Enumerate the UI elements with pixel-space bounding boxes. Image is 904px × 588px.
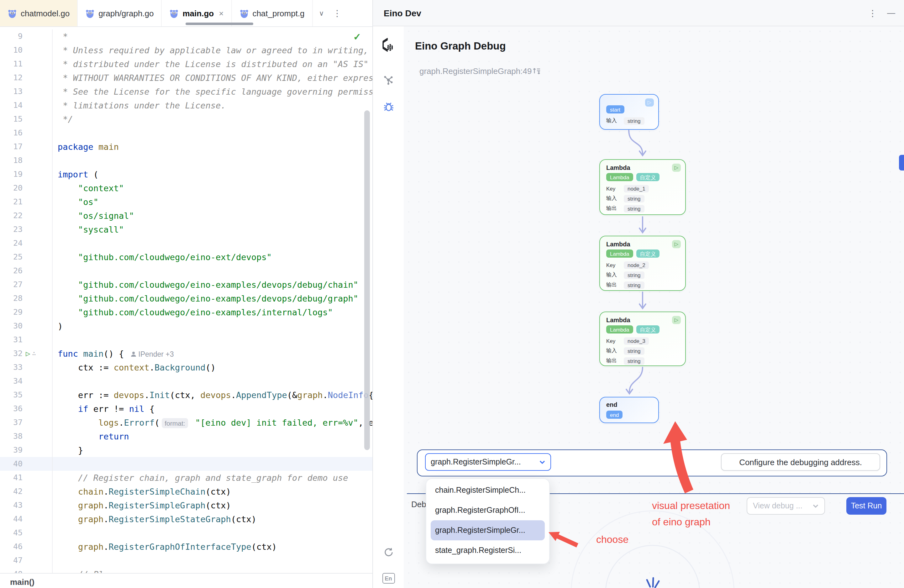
code-editor[interactable]: 9 *10 * Unless required by applicable la… [0, 26, 372, 581]
view-debug-chevron-icon [812, 504, 819, 508]
language-en-icon[interactable]: En [373, 573, 404, 583]
gutter [22, 498, 52, 512]
graph-target-select[interactable]: graph.RegisterSimpleGr... [425, 453, 551, 471]
gutter [22, 540, 52, 553]
code-text: */ [52, 112, 372, 126]
menu-item[interactable]: graph.RegisterSimpleGr... [431, 520, 545, 541]
code-token: () { [103, 349, 124, 359]
menu-item[interactable]: graph.RegisterGraphOfI... [426, 500, 549, 520]
code-line: 38 return [0, 429, 372, 443]
node-badges: Lambda自定义 [606, 326, 659, 334]
annotation-visual-presentation-line2: of eino graph [652, 517, 711, 528]
panel-edge-scrollbar[interactable] [899, 155, 904, 171]
tab-graph-graph-go[interactable]: graph/graph.go [78, 0, 162, 26]
line-number: 20 [0, 181, 22, 195]
eino-logo-icon[interactable] [373, 36, 404, 52]
menu-item[interactable]: state_graph.RegisterSi... [426, 541, 549, 560]
refresh-icon[interactable] [373, 547, 404, 558]
graph-node-end[interactable]: endend [599, 397, 659, 423]
code-text [52, 236, 372, 250]
configure-debug-address-button[interactable]: Configure the debugging address. [721, 453, 880, 471]
gutter[interactable]: ▷∴ [22, 347, 52, 360]
code-token: Errorf [124, 417, 155, 428]
code-token [58, 431, 98, 441]
code-token: (ctx, [170, 390, 201, 400]
node-badge: Lambda [606, 326, 633, 334]
code-text: * Unless required by applicable law or a… [52, 43, 372, 57]
gutter [22, 209, 52, 223]
code-line: 16 [0, 126, 372, 140]
node-play-icon[interactable]: ▷ [645, 98, 654, 107]
node-row-value: string [624, 272, 645, 279]
debug-bug-icon[interactable] [373, 100, 404, 113]
graph-nodes-icon[interactable] [373, 74, 404, 86]
node-row: 输出string [606, 281, 645, 289]
line-number: 40 [0, 457, 22, 471]
node-row-value: string [624, 357, 645, 365]
line-number: 41 [0, 471, 22, 485]
graph-node-node_2[interactable]: Lambda▷Lambda自定义Keynode_2输入string输出strin… [599, 236, 686, 291]
code-token: } [58, 445, 83, 455]
code-text: logs.Errorf(format: "[eino dev] init fai… [52, 416, 372, 429]
code-token: "os" [78, 197, 98, 207]
tab-chatmodel-go[interactable]: chatmodel.go [0, 0, 78, 26]
code-token: // Register chain, graph and state_graph… [78, 473, 348, 483]
node-play-icon[interactable]: ▷ [672, 316, 681, 324]
code-token: "os/signal" [78, 211, 134, 221]
line-number: 27 [0, 278, 22, 291]
node-row: 输入string [606, 272, 645, 279]
line-number: 19 [0, 168, 22, 181]
tab-label: main.go [183, 8, 214, 18]
code-line: 40 [0, 457, 372, 471]
code-token: . [103, 500, 109, 510]
code-token: . [231, 390, 236, 400]
graph-target-dropdown-menu: chain.RegisterSimpleCh...graph.RegisterG… [426, 478, 550, 564]
panel-title: Eino Dev [384, 8, 868, 18]
go-gopher-icon [8, 8, 17, 18]
code-token: logs [98, 417, 119, 428]
run-gutter-icon[interactable]: ▷ [26, 347, 30, 360]
line-number: 17 [0, 140, 22, 153]
code-line: 18 [0, 153, 372, 168]
code-token [58, 487, 78, 496]
view-debug-select[interactable]: View debug ... [747, 497, 825, 515]
node-row: 输出string [606, 357, 645, 365]
graph-node-start[interactable]: ▷start输入string [599, 94, 659, 130]
graph-node-node_1[interactable]: Lambda▷Lambda自定义Keynode_1输入string输出strin… [599, 159, 686, 215]
gutter [22, 526, 52, 540]
panel-options-kebab-icon[interactable]: ⋮ [868, 8, 877, 18]
code-token: . [103, 514, 109, 524]
tab-list-chevron-icon[interactable]: ∨ [319, 9, 324, 17]
line-number: 47 [0, 553, 22, 567]
graph-node-node_3[interactable]: Lambda▷Lambda自定义Keynode_3输入string输出strin… [599, 311, 686, 366]
run-related-icon[interactable]: ∴ [32, 347, 36, 360]
code-text: func main() {IPender +3 [52, 347, 372, 360]
code-token: NodeInfo [328, 390, 368, 400]
code-token [58, 417, 98, 428]
node-badges: start [606, 105, 624, 114]
gutter [22, 402, 52, 416]
node-play-icon[interactable]: ▷ [672, 240, 681, 248]
code-vision-hint[interactable]: IPender +3 [130, 347, 174, 360]
breadcrumb[interactable]: main() [10, 577, 35, 587]
node-play-icon[interactable]: ▷ [672, 164, 681, 172]
code-line: 37 logs.Errorf(format: "[eino dev] init … [0, 416, 372, 429]
test-run-button[interactable]: Test Run [846, 497, 887, 515]
inspections-ok-icon[interactable]: ✓ [353, 32, 361, 43]
code-token: ( [89, 169, 99, 179]
code-text: * WITHOUT WARRANTIES OR CONDITIONS OF AN… [52, 71, 372, 85]
panel-minimize-icon[interactable]: — [887, 8, 895, 17]
menu-item[interactable]: chain.RegisterSimpleCh... [426, 480, 549, 500]
code-token: graph [78, 542, 103, 552]
code-token: * WITHOUT WARRANTIES OR CONDITIONS OF AN… [58, 73, 372, 83]
code-token: * [58, 32, 68, 41]
code-text [52, 374, 372, 388]
code-token: graph [297, 390, 322, 400]
gutter [22, 71, 52, 85]
active-tab-indicator [186, 22, 253, 25]
editor-vertical-scrollbar[interactable] [364, 110, 370, 450]
node-badges: end [606, 411, 623, 419]
tab-options-kebab-icon[interactable]: ⋮ [333, 8, 342, 18]
tab-close-icon[interactable]: × [219, 8, 223, 18]
node-row: Keynode_2 [606, 261, 649, 269]
